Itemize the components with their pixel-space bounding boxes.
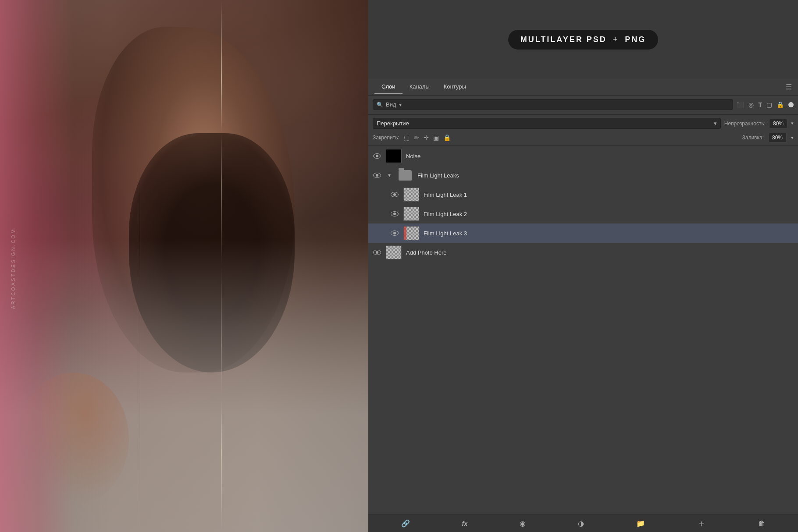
ps-top-area: MULTILAYER PSD + PNG xyxy=(368,0,798,79)
blend-mode-chevron: ▾ xyxy=(714,120,717,127)
opacity-label: Непрозрачность: xyxy=(724,121,766,127)
search-row: 🔍 Вид ▾ ⬛ ◎ T ▢ 🔒 xyxy=(368,96,798,113)
blend-mode-select[interactable]: Перекрытие ▾ xyxy=(373,118,721,129)
new-layer-icon[interactable]: ＋ xyxy=(694,516,709,531)
folder-icon-film xyxy=(397,168,413,182)
group-chevron-icon[interactable]: ▾ xyxy=(386,172,393,179)
thumb-noise xyxy=(386,149,402,163)
eye-symbol-film-group xyxy=(373,173,381,178)
layer-name-add-photo: Add Photo Here xyxy=(406,249,794,256)
thumb-add-photo xyxy=(386,245,402,259)
filter-status-dot[interactable] xyxy=(788,102,794,107)
visibility-noise[interactable] xyxy=(373,153,381,160)
badge: MULTILAYER PSD + PNG xyxy=(508,30,659,50)
tab-channels[interactable]: Каналы xyxy=(403,80,437,94)
layer-name-film-leak-1: Film Light Leak 1 xyxy=(424,192,794,198)
layer-name-film-group: Film Light Leaks xyxy=(417,172,794,179)
visibility-add-photo[interactable] xyxy=(373,249,381,256)
thumb-film-leak-1 xyxy=(403,188,419,202)
badge-separator: + xyxy=(613,35,619,44)
photoshop-panel: MULTILAYER PSD + PNG Слои Каналы Контуры… xyxy=(368,0,798,532)
watermark: ARTCOASTDESIGN.COM xyxy=(11,228,16,309)
eye-symbol-film-leak-3 xyxy=(391,231,399,236)
badge-text-main: MULTILAYER PSD xyxy=(520,35,607,44)
blend-mode-value: Перекрытие xyxy=(377,120,409,127)
lock-paint-icon[interactable]: ✏ xyxy=(414,134,419,141)
layer-film-leak-1[interactable]: Film Light Leak 1 xyxy=(368,185,798,204)
visibility-film-leak-1[interactable] xyxy=(390,191,399,198)
tab-bar: Слои Каналы Контуры ☰ xyxy=(368,79,798,96)
search-magnifier-icon: 🔍 xyxy=(377,102,383,108)
filter-smartobj-icon[interactable]: 🔒 xyxy=(777,101,784,108)
new-fill-adjustment-icon[interactable]: ◉ xyxy=(516,518,529,529)
layer-film-leak-2[interactable]: Film Light Leak 2 xyxy=(368,204,798,223)
lock-label: Закрепить: xyxy=(373,135,399,141)
visibility-film-group[interactable] xyxy=(373,172,381,179)
opacity-chevron-icon[interactable]: ▾ xyxy=(791,121,794,126)
delete-layer-icon[interactable]: 🗑 xyxy=(755,518,769,529)
separator-2 xyxy=(368,145,798,145)
opacity-value[interactable]: 80% xyxy=(769,119,787,128)
separator-1 xyxy=(368,114,798,115)
filter-pixel-icon[interactable]: ⬛ xyxy=(737,101,744,108)
eye-symbol-film-leak-2 xyxy=(391,211,399,216)
lock-row: Закрепить: ⬚ ✏ ✛ ▣ 🔒 Заливка: 80% ▾ xyxy=(368,131,798,144)
layer-name-noise: Noise xyxy=(406,153,794,160)
lock-position-icon[interactable]: ✛ xyxy=(424,134,429,141)
layer-add-photo[interactable]: Add Photo Here xyxy=(368,243,798,262)
badge-label: MULTILAYER PSD + PNG xyxy=(520,35,646,44)
layer-name-film-leak-2: Film Light Leak 2 xyxy=(424,211,794,217)
thumb-film-leak-3 xyxy=(403,226,419,240)
new-group-icon[interactable]: 📁 xyxy=(633,518,648,529)
fill-label: Заливка: xyxy=(742,135,764,141)
eye-symbol-film-leak-1 xyxy=(391,192,399,197)
lock-transparency-icon[interactable]: ⬚ xyxy=(404,134,410,141)
search-box[interactable]: 🔍 Вид ▾ xyxy=(373,99,733,110)
layer-name-film-leak-3: Film Light Leak 3 xyxy=(424,230,794,237)
link-icon[interactable]: 🔗 xyxy=(398,518,413,529)
lock-all-icon[interactable]: 🔒 xyxy=(443,134,451,141)
lock-artboard-icon[interactable]: ▣ xyxy=(433,134,439,141)
filter-shape-icon[interactable]: ▢ xyxy=(766,101,772,108)
folder-shape xyxy=(399,170,412,181)
filter-icons: ⬛ ◎ T ▢ 🔒 xyxy=(737,101,794,108)
bottom-toolbar: 🔗 fx ◉ ◑ 📁 ＋ 🗑 xyxy=(368,514,798,532)
eye-symbol-noise xyxy=(373,153,381,159)
filter-type-icon[interactable]: T xyxy=(758,101,762,108)
film-scratch-2 xyxy=(140,0,140,532)
fx-icon[interactable]: fx xyxy=(459,518,471,529)
tab-paths[interactable]: Контуры xyxy=(437,80,473,94)
layers-list: Noise ▾ Film Light Leaks Film Light xyxy=(368,146,798,514)
layers-panel: Слои Каналы Контуры ☰ 🔍 Вид ▾ ⬛ ◎ T ▢ 🔒 xyxy=(368,79,798,532)
visibility-film-leak-2[interactable] xyxy=(390,210,399,217)
panel-menu-icon[interactable]: ☰ xyxy=(786,83,792,91)
film-scratch-1 xyxy=(221,0,222,532)
layer-group-film[interactable]: ▾ Film Light Leaks xyxy=(368,166,798,185)
blend-mode-row: Перекрытие ▾ Непрозрачность: 80% ▾ xyxy=(368,116,798,131)
search-chevron-icon: ▾ xyxy=(399,102,402,108)
tab-layers[interactable]: Слои xyxy=(374,80,403,94)
mask-icon[interactable]: ◑ xyxy=(574,518,588,529)
fill-value[interactable]: 80% xyxy=(768,133,787,142)
eye-symbol-add-photo xyxy=(373,250,381,255)
thumb-film-leak-2 xyxy=(403,207,419,221)
badge-text-secondary: PNG xyxy=(625,35,646,44)
filter-adjust-icon[interactable]: ◎ xyxy=(748,101,754,108)
layer-noise[interactable]: Noise xyxy=(368,146,798,166)
layer-film-leak-3[interactable]: Film Light Leak 3 xyxy=(368,223,798,243)
search-text: Вид xyxy=(386,101,396,108)
visibility-film-leak-3[interactable] xyxy=(390,230,399,237)
photo-panel: ARTCOASTDESIGN.COM xyxy=(0,0,368,532)
fill-chevron-icon[interactable]: ▾ xyxy=(791,135,794,141)
